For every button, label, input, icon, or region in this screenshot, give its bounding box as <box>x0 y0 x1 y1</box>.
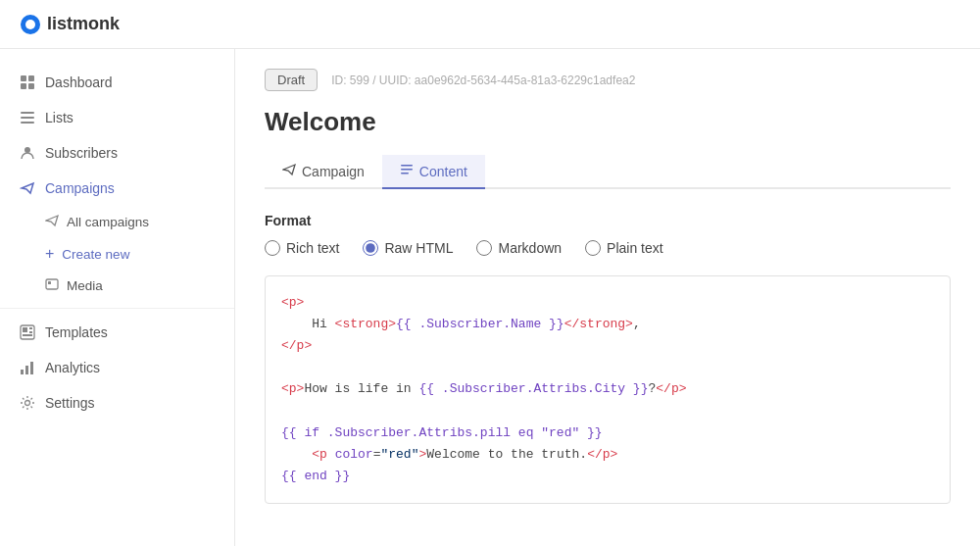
format-markdown[interactable]: Markdown <box>476 240 562 256</box>
code-line-9: {{ end }} <box>281 466 934 487</box>
sidebar-label-templates: Templates <box>45 324 108 340</box>
sidebar: Dashboard Lists Subscribers <box>0 49 235 546</box>
dashboard-icon <box>20 74 35 90</box>
sidebar-item-subscribers[interactable]: Subscribers <box>0 135 234 171</box>
tabs: Campaign Content <box>265 155 951 189</box>
main-layout: Dashboard Lists Subscribers <box>0 49 980 546</box>
format-rich-text-label: Rich text <box>286 240 339 256</box>
svg-rect-4 <box>21 83 26 89</box>
format-rich-text[interactable]: Rich text <box>265 240 339 256</box>
code-line-8: <p color="red">Welcome to the truth.</p> <box>281 444 934 466</box>
svg-rect-11 <box>48 281 51 284</box>
format-raw-html-label: Raw HTML <box>384 240 453 256</box>
sidebar-subitem-media[interactable]: Media <box>0 270 234 302</box>
sidebar-label-dashboard: Dashboard <box>45 74 113 90</box>
lists-icon <box>20 110 35 125</box>
svg-rect-17 <box>21 370 24 374</box>
campaign-meta: ID: 599 / UUID: aa0e962d-5634-445a-81a3-… <box>331 74 635 87</box>
svg-rect-23 <box>401 173 409 174</box>
svg-rect-5 <box>28 83 34 89</box>
sidebar-subitem-create-new[interactable]: + Create new <box>0 238 234 270</box>
logo-icon <box>20 14 41 35</box>
tab-content-label: Content <box>419 164 467 179</box>
tab-campaign-label: Campaign <box>302 164 365 179</box>
svg-rect-10 <box>46 279 58 289</box>
svg-rect-19 <box>30 362 33 374</box>
code-line-6 <box>281 400 934 422</box>
media-icon <box>45 277 59 294</box>
sidebar-label-lists: Lists <box>45 110 74 125</box>
templates-icon <box>20 324 35 340</box>
svg-rect-2 <box>21 75 26 81</box>
sidebar-item-dashboard[interactable]: Dashboard <box>0 65 234 100</box>
sidebar-divider <box>0 308 234 309</box>
svg-rect-8 <box>21 122 34 124</box>
campaign-title: Welcome <box>265 107 951 137</box>
code-line-7: {{ if .Subscriber.Attribs.pill eq "red" … <box>281 422 934 444</box>
code-line-5: <p>How is life in {{ .Subscriber.Attribs… <box>281 378 934 400</box>
svg-rect-21 <box>401 165 413 167</box>
sidebar-label-analytics: Analytics <box>45 360 100 375</box>
all-campaigns-icon <box>45 214 59 230</box>
campaign-tab-icon <box>282 163 296 179</box>
format-raw-html[interactable]: Raw HTML <box>363 240 453 256</box>
sidebar-item-analytics[interactable]: Analytics <box>0 350 234 385</box>
code-editor[interactable]: <p> Hi <strong>{{ .Subscriber.Name }}</s… <box>265 275 951 504</box>
code-line-2: Hi <strong>{{ .Subscriber.Name }}</stron… <box>281 314 934 335</box>
svg-rect-13 <box>23 327 27 332</box>
analytics-icon <box>20 360 35 375</box>
draft-status-button[interactable]: Draft <box>265 69 318 91</box>
settings-icon <box>20 395 35 411</box>
media-label: Media <box>67 278 103 293</box>
sidebar-item-campaigns[interactable]: Campaigns <box>0 171 234 206</box>
content-tab-icon <box>400 163 414 179</box>
svg-rect-3 <box>28 75 34 81</box>
svg-rect-22 <box>401 169 413 171</box>
subscribers-icon <box>20 145 35 161</box>
svg-rect-15 <box>29 331 32 333</box>
format-plain-text-radio[interactable] <box>585 240 601 256</box>
svg-rect-7 <box>21 117 34 119</box>
logo: listmonk <box>20 14 120 35</box>
content-area: Draft ID: 599 / UUID: aa0e962d-5634-445a… <box>235 49 980 546</box>
sidebar-item-settings[interactable]: Settings <box>0 385 234 421</box>
svg-rect-6 <box>21 112 34 114</box>
format-radio-group: Rich text Raw HTML Markdown Plain text <box>265 240 951 256</box>
format-plain-text-label: Plain text <box>607 240 663 256</box>
svg-point-9 <box>24 147 30 153</box>
code-line-3: </p> <box>281 335 934 357</box>
format-section: Format Rich text Raw HTML Markdown Plain… <box>265 213 951 256</box>
format-raw-html-radio[interactable] <box>363 240 378 256</box>
svg-point-20 <box>25 401 30 406</box>
svg-point-1 <box>25 20 35 29</box>
tab-content[interactable]: Content <box>382 155 485 189</box>
code-line-4 <box>281 357 934 378</box>
format-markdown-label: Markdown <box>498 240 562 256</box>
sidebar-label-settings: Settings <box>45 395 95 411</box>
create-new-icon: + <box>45 246 54 262</box>
sidebar-item-templates[interactable]: Templates <box>0 315 234 350</box>
format-rich-text-radio[interactable] <box>265 240 280 256</box>
create-new-label: Create new <box>62 247 129 262</box>
app-name: listmonk <box>47 14 120 34</box>
sidebar-subitem-all-campaigns[interactable]: All campaigns <box>0 206 234 238</box>
campaigns-icon <box>20 180 35 196</box>
format-plain-text[interactable]: Plain text <box>585 240 663 256</box>
top-bar: listmonk <box>0 0 980 49</box>
sidebar-item-lists[interactable]: Lists <box>0 100 234 135</box>
campaign-header: Draft ID: 599 / UUID: aa0e962d-5634-445a… <box>265 69 951 91</box>
format-label: Format <box>265 213 951 228</box>
sidebar-label-campaigns: Campaigns <box>45 180 115 196</box>
svg-rect-14 <box>29 327 32 329</box>
format-markdown-radio[interactable] <box>476 240 492 256</box>
svg-rect-18 <box>25 366 28 374</box>
tab-campaign[interactable]: Campaign <box>265 155 382 189</box>
code-line-1: <p> <box>281 292 934 314</box>
sidebar-label-subscribers: Subscribers <box>45 145 118 161</box>
svg-rect-16 <box>23 334 32 336</box>
all-campaigns-label: All campaigns <box>67 215 149 229</box>
